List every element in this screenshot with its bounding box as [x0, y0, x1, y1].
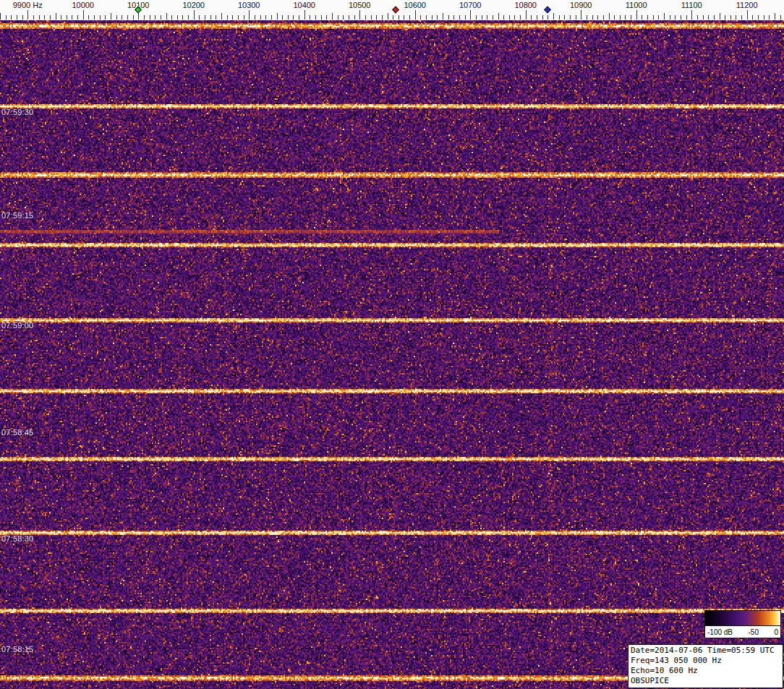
ruler-tick [249, 10, 250, 20]
ruler-tick [326, 15, 327, 20]
ruler-tick [161, 15, 161, 20]
ruler-tick [11, 15, 12, 20]
ruler-tick [576, 15, 576, 20]
time-label: 07:59:00 [1, 321, 33, 330]
colorbar-min-label: -100 dB [707, 628, 733, 636]
ruler-tick [686, 15, 687, 20]
ruler-tick [72, 15, 72, 20]
ruler-tick [100, 15, 101, 20]
time-label: 07:59:15 [1, 211, 33, 220]
ruler-tick [122, 15, 122, 20]
info-date-time: Date=2014-07-06 Time=05:59 UTC [631, 646, 780, 656]
frequency-ruler[interactable]: 9900 Hz100001010010200103001040010500106… [0, 0, 784, 20]
ruler-tick [255, 15, 255, 20]
ruler-tick [321, 15, 322, 20]
ruler-tick [388, 13, 388, 20]
ruler-tick [614, 15, 615, 20]
ruler-label: 10300 [238, 1, 260, 9]
ruler-label: 11200 [736, 1, 758, 9]
ruler-tick [647, 15, 648, 20]
ruler-tick [691, 10, 692, 20]
ruler-tick [415, 10, 416, 20]
red-frequency-marker-diamond[interactable] [392, 7, 399, 14]
ruler-tick [359, 10, 360, 20]
colorbar-gradient [705, 611, 780, 626]
ruler-tick [747, 10, 748, 20]
ruler-tick [493, 15, 493, 20]
ruler-tick [581, 10, 581, 20]
ruler-tick [653, 15, 654, 20]
colorbar-labels: -100 dB -50 0 [705, 626, 780, 638]
ruler-tick [426, 15, 427, 20]
blue-frequency-marker-diamond[interactable] [544, 7, 551, 14]
ruler-tick [459, 15, 460, 20]
ruler-tick [199, 15, 200, 20]
ruler-label: 10400 [293, 1, 315, 9]
ruler-tick [531, 15, 532, 20]
ruler-tick [105, 15, 106, 20]
ruler-tick [33, 15, 34, 20]
info-observatory: OBSUPICE [631, 676, 780, 686]
ruler-tick [144, 15, 145, 20]
ruler-tick [304, 10, 305, 20]
ruler-label: 10600 [404, 1, 426, 9]
ruler-tick [194, 10, 195, 20]
ruler-tick [349, 15, 349, 20]
ruler-tick [503, 15, 504, 20]
ruler-tick [636, 10, 637, 20]
ruler-tick [382, 15, 383, 20]
ruler-tick [221, 13, 222, 20]
ruler-tick [171, 15, 172, 20]
ruler-tick [625, 15, 626, 20]
ruler-tick [77, 15, 78, 20]
ruler-tick [697, 15, 698, 20]
ruler-label: 10700 [459, 1, 482, 9]
time-label: 07:59:30 [1, 108, 33, 116]
ruler-label: 10800 [514, 1, 537, 9]
ruler-tick [232, 15, 233, 20]
ruler-tick [371, 15, 372, 20]
ruler-tick [265, 15, 266, 20]
ruler-tick [597, 15, 598, 20]
ruler-tick [27, 10, 28, 20]
ruler-tick [271, 15, 272, 20]
ruler-tick [714, 15, 715, 20]
time-label: 07:58:45 [1, 428, 33, 437]
ruler-tick [310, 15, 310, 20]
ruler-tick [404, 15, 404, 20]
ruler-tick [708, 15, 709, 20]
ruler-tick [537, 15, 537, 20]
ruler-label: 11100 [681, 1, 702, 9]
info-box: Date=2014-07-06 Time=05:59 UTC Freq=143 … [628, 644, 783, 688]
ruler-tick [725, 15, 725, 20]
ruler-tick [56, 13, 56, 20]
ruler-tick [238, 15, 239, 20]
ruler-tick [293, 15, 294, 20]
ruler-tick [670, 15, 670, 20]
ruler-tick [288, 15, 289, 20]
ruler-tick [188, 15, 189, 20]
ruler-tick [736, 15, 736, 20]
ruler-tick [282, 15, 283, 20]
ruler-tick [332, 13, 333, 20]
ruler-tick [39, 15, 40, 20]
ruler-tick [227, 15, 228, 20]
ruler-label: 9900 Hz [13, 1, 43, 9]
ruler-tick [365, 15, 366, 20]
ruler-tick [664, 13, 665, 20]
ruler-tick [620, 15, 621, 20]
ruler-tick [592, 15, 593, 20]
ruler-tick [443, 13, 443, 20]
ruler-tick [216, 15, 216, 20]
colorbar-legend: -100 dB -50 0 [704, 610, 781, 638]
ruler-tick [603, 15, 604, 20]
ruler-tick [609, 13, 610, 20]
ruler-tick [775, 13, 775, 20]
ruler-tick [354, 15, 355, 20]
ruler-label: 10000 [72, 1, 94, 9]
ruler-tick [769, 15, 770, 20]
ruler-tick [470, 10, 471, 20]
ruler-tick [182, 15, 183, 20]
ruler-tick [116, 15, 117, 20]
ruler-tick [509, 15, 510, 20]
